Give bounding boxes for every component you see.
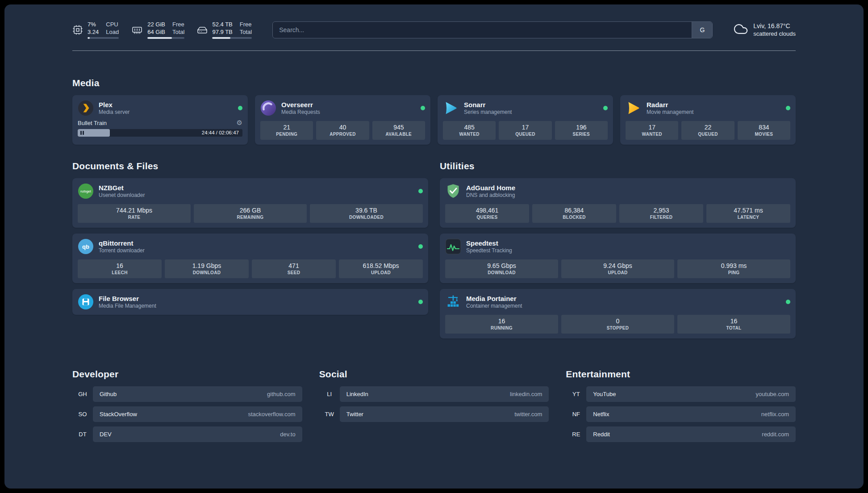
service-name: Overseerr [281, 100, 416, 109]
service-link-speedtest[interactable]: Speedtest Speedtest Tracking [445, 238, 790, 255]
disk-free: 52.4 TB [212, 21, 232, 28]
bookmark-stackoverflow[interactable]: SO StackOverflow stackoverflow.com [72, 406, 302, 422]
stat-blocked: 86,384 BLOCKED [532, 204, 616, 223]
stat-ping: 0.993 ms PING [677, 259, 790, 278]
cpu-values: 7% 3.24 [88, 21, 99, 36]
bookmark-youtube[interactable]: YT YouTube youtube.com [566, 386, 796, 402]
stat-approved: 40 APPROVED [316, 121, 369, 140]
plex-icon [78, 100, 94, 116]
stat-pending: 21 PENDING [260, 121, 313, 140]
section-utilities: Utilities AdGuard Home [440, 161, 796, 338]
service-desc: Torrent downloader [99, 247, 413, 254]
service-link-filebrowser[interactable]: File Browser Media File Management [78, 294, 423, 310]
section-documents: Documents & Files nzbget NZBGet Usenet d… [72, 161, 428, 338]
service-link-radarr[interactable]: Radarr Movie management [626, 100, 790, 116]
service-link-nzbget[interactable]: nzbget NZBGet Usenet downloader [78, 183, 423, 199]
settings-gear-icon[interactable]: ⚙ [237, 120, 242, 126]
service-desc: Media Requests [281, 109, 416, 116]
bookmark-github[interactable]: GH Github github.com [72, 386, 302, 402]
service-name: qBittorrent [99, 239, 413, 247]
stat-downloaded: 39.6 TB DOWNLOADED [310, 204, 423, 223]
portainer-stats: 16 RUNNING 0 STOPPED 16 TOTAL [445, 315, 790, 334]
service-card-nzbget: nzbget NZBGet Usenet downloader 744.21 M… [72, 178, 428, 228]
service-desc: Media server [99, 109, 233, 116]
memory-values: 22 GiB 64 GiB [147, 21, 165, 36]
service-name: Sonarr [464, 100, 598, 109]
dashboard-content: 7% 3.24 CPU Load [72, 4, 796, 462]
adguard-icon [445, 183, 461, 199]
disk-total: 97.9 TB [212, 28, 232, 36]
speedtest-stats: 9.65 Gbps DOWNLOAD 9.24 Gbps UPLOAD 0.99… [445, 259, 790, 278]
service-card-overseerr: Overseerr Media Requests 21 PENDING 40 A… [255, 95, 430, 145]
bookmark-group-social: Social LI LinkedIn linkedin.com TW Twitt… [319, 369, 549, 442]
service-name: Plex [99, 100, 233, 109]
radarr-stats: 17 WANTED 22 QUEUED 834 MOVIES [626, 121, 790, 140]
service-link-sonarr[interactable]: Sonarr Series management [443, 100, 608, 116]
service-card-qbittorrent: qb qBittorrent Torrent downloader 16 [72, 234, 428, 283]
stat-running: 16 RUNNING [445, 315, 558, 334]
bookmark-abbr: TW [319, 406, 340, 422]
stat-upload: 9.24 Gbps UPLOAD [561, 259, 674, 278]
playback-progress-bar[interactable]: 24:44 / 02:06:47 [78, 129, 242, 137]
weather-widget[interactable]: Lviv, 16.87°C scattered clouds [733, 21, 796, 38]
bookmark-abbr: RE [566, 426, 586, 442]
radarr-icon [626, 100, 642, 116]
service-desc: Usenet downloader [99, 192, 413, 199]
bookmark-dev[interactable]: DT DEV dev.to [72, 426, 302, 442]
stat-download: 1.19 Gbps DOWNLOAD [165, 259, 249, 278]
status-dot [238, 106, 242, 110]
bookmark-reddit[interactable]: RE Reddit reddit.com [566, 426, 796, 442]
bookmark-netflix[interactable]: NF Netflix netflix.com [566, 406, 796, 422]
memory-widget: 22 GiB 64 GiB Free Total [131, 21, 184, 39]
resource-widgets: 7% 3.24 CPU Load [72, 21, 252, 39]
memory-free: 22 GiB [147, 21, 165, 28]
bookmarks: Developer GH Github github.com SO StackO… [72, 369, 796, 462]
stat-seed: 471 SEED [252, 259, 336, 278]
weather-condition: scattered clouds [753, 30, 796, 38]
service-link-adguard[interactable]: AdGuard Home DNS and adblocking [445, 183, 790, 199]
bookmark-linkedin[interactable]: LI LinkedIn linkedin.com [319, 386, 549, 402]
bookmark-abbr: NF [566, 406, 586, 422]
status-dot [418, 300, 423, 304]
service-link-overseerr[interactable]: Overseerr Media Requests [260, 100, 425, 116]
stat-queries: 498,461 QUERIES [445, 204, 529, 223]
stat-download: 9.65 Gbps DOWNLOAD [445, 259, 558, 278]
nzbget-icon: nzbget [78, 183, 94, 199]
service-name: Speedtest [466, 239, 790, 247]
cloud-icon [733, 21, 748, 38]
service-card-radarr: Radarr Movie management 17 WANTED 22 QUE… [620, 95, 796, 145]
stat-upload: 618.52 Mbps UPLOAD [339, 259, 423, 278]
section-title-documents: Documents & Files [72, 161, 428, 171]
service-link-portainer[interactable]: Media Portainer Container management [445, 294, 790, 310]
service-link-plex[interactable]: Plex Media server [78, 100, 242, 116]
cpu-icon [72, 25, 83, 35]
topbar-divider [72, 50, 796, 51]
pause-icon[interactable] [80, 131, 84, 135]
svg-text:qb: qb [82, 243, 89, 250]
stat-available: 945 AVAILABLE [372, 121, 425, 140]
disk-values: 52.4 TB 97.9 TB [212, 21, 232, 36]
bookmark-group-entertainment: Entertainment YT YouTube youtube.com NF … [566, 369, 796, 442]
memory-usage-bar [147, 37, 184, 39]
svg-text:nzbget: nzbget [80, 189, 92, 193]
service-card-speedtest: Speedtest Speedtest Tracking 9.65 Gbps D… [440, 234, 796, 283]
search-provider-button[interactable]: G [692, 22, 712, 38]
now-playing-title: Bullet Train [78, 120, 107, 126]
stat-remaining: 266 GB REMAINING [194, 204, 307, 223]
service-name: NZBGet [99, 184, 413, 192]
memory-icon [131, 25, 143, 35]
bookmark-abbr: SO [72, 406, 93, 422]
bookmark-twitter[interactable]: TW Twitter twitter.com [319, 406, 549, 422]
search-bar: G [272, 21, 713, 38]
service-link-qbittorrent[interactable]: qb qBittorrent Torrent downloader [78, 238, 423, 255]
search-input[interactable] [273, 22, 692, 38]
weather-location: Lviv, 16.87°C [753, 22, 796, 30]
playback-time: 24:44 / 02:06:47 [202, 129, 239, 137]
overseerr-icon [260, 100, 276, 116]
status-dot [418, 244, 423, 249]
stat-latency: 47.571 ms LATENCY [706, 204, 790, 223]
nzbget-stats: 744.21 Mbps RATE 266 GB REMAINING 39.6 T… [78, 204, 423, 223]
cpu-widget: 7% 3.24 CPU Load [72, 21, 119, 39]
status-dot [421, 106, 425, 110]
overseerr-stats: 21 PENDING 40 APPROVED 945 AVAILABLE [260, 121, 425, 140]
